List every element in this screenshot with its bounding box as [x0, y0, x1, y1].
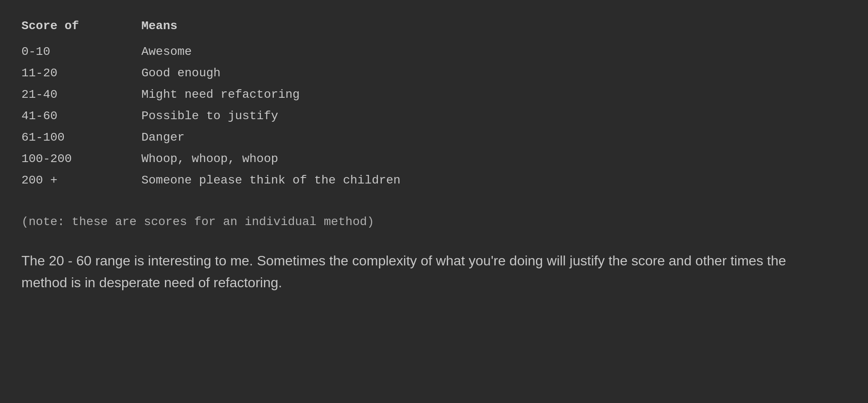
means-value: Awesome: [141, 43, 192, 61]
table-row: 61-100 Danger: [21, 129, 847, 147]
table-row: 21-40 Might need refactoring: [21, 86, 847, 104]
score-value: 21-40: [21, 86, 141, 104]
note-text: (note: these are scores for an individua…: [21, 215, 847, 229]
table-row: 200 + Someone please think of the childr…: [21, 171, 847, 189]
table-row: 11-20 Good enough: [21, 64, 847, 82]
score-value: 11-20: [21, 64, 141, 82]
prose-text: The 20 - 60 range is interesting to me. …: [21, 250, 835, 294]
means-value: Someone please think of the children: [141, 171, 401, 189]
table-header: Score of Means: [21, 17, 847, 39]
score-value: 100-200: [21, 150, 141, 168]
means-value: Might need refactoring: [141, 86, 300, 104]
means-value: Good enough: [141, 64, 221, 82]
means-value: Whoop, whoop, whoop: [141, 150, 278, 168]
score-header: Score of: [21, 17, 141, 35]
table-row: 41-60 Possible to justify: [21, 107, 847, 125]
score-value: 200 +: [21, 171, 141, 189]
score-value: 61-100: [21, 129, 141, 147]
means-header: Means: [141, 17, 177, 35]
score-value: 0-10: [21, 43, 141, 61]
table-row: 100-200 Whoop, whoop, whoop: [21, 150, 847, 168]
score-value: 41-60: [21, 107, 141, 125]
means-value: Possible to justify: [141, 107, 278, 125]
score-table: Score of Means 0-10 Awesome 11-20 Good e…: [21, 17, 847, 189]
table-row: 0-10 Awesome: [21, 43, 847, 61]
means-value: Danger: [141, 129, 185, 147]
